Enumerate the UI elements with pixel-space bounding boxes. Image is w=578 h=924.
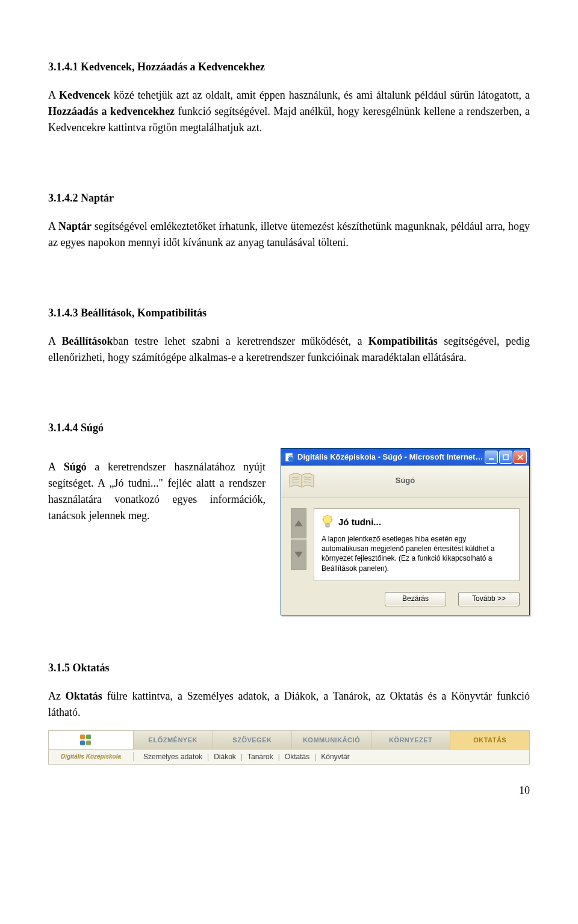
tab-szovegek[interactable]: SZÖVEGEK: [213, 731, 293, 749]
para-3-1-4-1: A Kedvencek közé tehetjük azt az oldalt,…: [48, 87, 530, 136]
logo-icon: [49, 731, 134, 749]
tip-body-text: A lapon jelentkező esetleges hiba esetén…: [322, 534, 512, 573]
svg-rect-9: [86, 735, 91, 739]
text: fülre kattintva, a Személyes adatok, a D…: [48, 690, 530, 718]
text: közé tehetjük azt az oldalt, amit éppen …: [110, 89, 530, 101]
text: A: [48, 335, 61, 347]
subnav-tanarok[interactable]: Tanárok: [243, 751, 278, 762]
help-window: Digitális Középiskola - Súgó - Microsoft…: [281, 448, 530, 615]
heading-3-1-4-3: 3.1.4.3 Beállítások, Kompatibilitás: [48, 305, 530, 321]
help-header-title: Súgó: [322, 475, 488, 487]
heading-3-1-5: 3.1.5 Oktatás: [48, 660, 530, 676]
tab-oktatas[interactable]: OKTATÁS: [450, 731, 529, 749]
para-3-1-4-4: A Súgó a keretrendszer használatához nyú…: [48, 459, 266, 524]
window-close-button[interactable]: [514, 451, 527, 464]
svg-rect-11: [86, 741, 91, 745]
text: Az: [48, 690, 66, 702]
svg-rect-3: [503, 455, 508, 460]
text: A: [48, 461, 64, 473]
tip-box: Jó tudni... A lapon jelentkező esetleges…: [314, 508, 520, 581]
subnav-szemelyes-adatok[interactable]: Személyes adatok: [138, 751, 207, 762]
window-title: Digitális Középiskola - Súgó - Microsoft…: [297, 451, 485, 463]
brand-label: Digitális Középiskola: [49, 752, 134, 761]
help-header: Súgó: [281, 466, 529, 497]
svg-marker-5: [294, 552, 303, 558]
term-kedvencek: Kedvencek: [59, 89, 110, 101]
svg-marker-4: [294, 520, 303, 526]
text: A: [48, 220, 58, 232]
window-maximize-button[interactable]: [499, 451, 512, 464]
term-sugo: Súgó: [64, 461, 87, 473]
help-close-button[interactable]: Bezárás: [385, 592, 446, 606]
subnav-konyvtar[interactable]: Könyvtár: [316, 751, 354, 762]
term-beallitasok: Beállítások: [61, 335, 113, 347]
tab-kornyezet[interactable]: KÖRNYEZET: [371, 731, 451, 749]
heading-3-1-4-4: 3.1.4.4 Súgó: [48, 420, 530, 436]
window-minimize-button[interactable]: [485, 451, 498, 464]
tab-kommunikacio[interactable]: KOMMUNIKÁCIÓ: [292, 731, 371, 749]
heading-3-1-4-1: 3.1.4.1 Kedvencek, Hozzáadás a Kedvencek…: [48, 59, 530, 75]
book-icon: [287, 469, 316, 492]
para-3-1-5: Az Oktatás fülre kattintva, a Személyes …: [48, 688, 530, 721]
page-number: 10: [48, 783, 530, 799]
text: segítségével emlékeztetőket írhatunk, il…: [48, 220, 530, 248]
svg-rect-8: [80, 735, 85, 739]
para-3-1-4-2: A Naptár segítségével emlékeztetőket írh…: [48, 218, 530, 251]
svg-rect-7: [326, 523, 329, 527]
bottom-nav: ELŐZMÉNYEK SZÖVEGEK KOMMUNIKÁCIÓ KÖRNYEZ…: [48, 730, 530, 765]
help-nav-down-button[interactable]: [291, 540, 306, 570]
term-oktatas: Oktatás: [66, 690, 102, 702]
svg-rect-2: [489, 458, 494, 460]
help-next-button[interactable]: Tovább >>: [458, 592, 520, 606]
term-kompat: Kompatibilitás: [368, 335, 438, 347]
window-title-bar[interactable]: Digitális Középiskola - Súgó - Microsoft…: [281, 449, 529, 466]
para-3-1-4-3: A Beállításokban testre lehet szabni a k…: [48, 333, 530, 366]
svg-point-6: [323, 516, 332, 524]
ie-page-icon: [285, 452, 294, 462]
lightbulb-icon: [322, 515, 334, 529]
text: A: [48, 89, 59, 101]
svg-rect-10: [80, 741, 85, 745]
tab-elozmenyek[interactable]: ELŐZMÉNYEK: [134, 731, 213, 749]
subnav-oktatas[interactable]: Oktatás: [280, 751, 314, 762]
term-naptar: Naptár: [58, 220, 92, 232]
heading-3-1-4-2: 3.1.4.2 Naptár: [48, 190, 530, 206]
tip-title: Jó tudni...: [338, 516, 381, 529]
term-hozzaadas: Hozzáadás a kedvencekhez: [48, 105, 175, 117]
help-nav-up-button[interactable]: [291, 508, 306, 538]
text: ban testre lehet szabni a keretrendszer …: [113, 335, 368, 347]
subnav-diakok[interactable]: Diákok: [209, 751, 241, 762]
